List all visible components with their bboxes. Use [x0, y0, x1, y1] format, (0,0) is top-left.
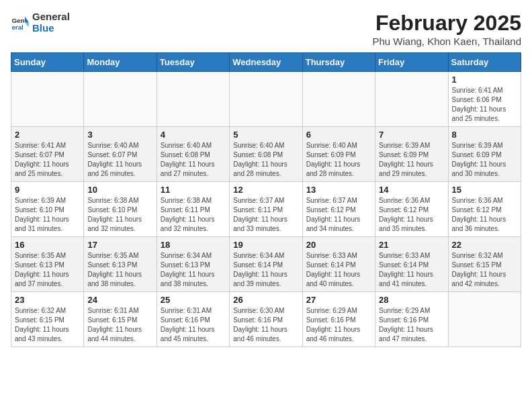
day-number: 14 [379, 185, 444, 195]
day-info: Sunrise: 6:34 AM Sunset: 6:13 PM Dayligh… [161, 251, 226, 289]
weekday-header-tuesday: Tuesday [157, 53, 229, 72]
week-row-1: 1Sunrise: 6:41 AM Sunset: 6:06 PM Daylig… [11, 72, 521, 127]
calendar-cell: 9Sunrise: 6:39 AM Sunset: 6:10 PM Daylig… [11, 182, 84, 237]
logo-icon: Gen eral [11, 13, 30, 32]
calendar-cell: 10Sunrise: 6:38 AM Sunset: 6:10 PM Dayli… [84, 182, 157, 237]
weekday-header-thursday: Thursday [302, 53, 375, 72]
svg-marker-3 [25, 22, 29, 27]
calendar-cell [375, 72, 448, 127]
logo-blue: Blue [32, 22, 70, 34]
title-block: February 2025 Phu Wiang, Khon Kaen, Thai… [372, 11, 521, 47]
calendar-table: SundayMondayTuesdayWednesdayThursdayFrid… [11, 52, 521, 347]
calendar-cell: 12Sunrise: 6:37 AM Sunset: 6:11 PM Dayli… [230, 182, 302, 237]
calendar-cell: 25Sunrise: 6:31 AM Sunset: 6:16 PM Dayli… [157, 292, 229, 347]
logo-general: General [32, 11, 70, 22]
day-info: Sunrise: 6:31 AM Sunset: 6:15 PM Dayligh… [87, 306, 152, 344]
location: Phu Wiang, Khon Kaen, Thailand [372, 36, 521, 47]
day-number: 10 [87, 185, 152, 195]
weekday-header-monday: Monday [84, 53, 157, 72]
day-info: Sunrise: 6:38 AM Sunset: 6:10 PM Dayligh… [87, 196, 152, 234]
week-row-2: 2Sunrise: 6:41 AM Sunset: 6:07 PM Daylig… [11, 127, 521, 182]
calendar-cell [84, 72, 157, 127]
day-info: Sunrise: 6:33 AM Sunset: 6:14 PM Dayligh… [379, 251, 444, 289]
calendar-cell: 11Sunrise: 6:38 AM Sunset: 6:11 PM Dayli… [157, 182, 229, 237]
day-number: 24 [87, 295, 152, 305]
day-info: Sunrise: 6:41 AM Sunset: 6:07 PM Dayligh… [15, 141, 80, 179]
calendar-cell [11, 72, 84, 127]
day-info: Sunrise: 6:38 AM Sunset: 6:11 PM Dayligh… [161, 196, 226, 234]
day-number: 21 [379, 240, 444, 250]
calendar-cell [448, 292, 521, 347]
day-info: Sunrise: 6:39 AM Sunset: 6:09 PM Dayligh… [452, 141, 517, 179]
day-number: 26 [233, 295, 298, 305]
day-number: 4 [161, 130, 226, 140]
day-info: Sunrise: 6:34 AM Sunset: 6:14 PM Dayligh… [233, 251, 298, 289]
day-info: Sunrise: 6:39 AM Sunset: 6:10 PM Dayligh… [15, 196, 80, 234]
day-info: Sunrise: 6:37 AM Sunset: 6:11 PM Dayligh… [233, 196, 298, 234]
calendar-cell: 16Sunrise: 6:35 AM Sunset: 6:13 PM Dayli… [11, 237, 84, 292]
calendar-cell: 1Sunrise: 6:41 AM Sunset: 6:06 PM Daylig… [448, 72, 521, 127]
day-number: 18 [161, 240, 226, 250]
day-info: Sunrise: 6:32 AM Sunset: 6:15 PM Dayligh… [15, 306, 80, 344]
day-info: Sunrise: 6:40 AM Sunset: 6:08 PM Dayligh… [233, 141, 298, 179]
calendar-cell: 5Sunrise: 6:40 AM Sunset: 6:08 PM Daylig… [230, 127, 302, 182]
day-number: 7 [379, 130, 444, 140]
logo: Gen eral General Blue [11, 11, 70, 34]
day-info: Sunrise: 6:39 AM Sunset: 6:09 PM Dayligh… [379, 141, 444, 179]
calendar-cell: 15Sunrise: 6:36 AM Sunset: 6:12 PM Dayli… [448, 182, 521, 237]
day-info: Sunrise: 6:32 AM Sunset: 6:15 PM Dayligh… [452, 251, 517, 289]
calendar-cell: 21Sunrise: 6:33 AM Sunset: 6:14 PM Dayli… [375, 237, 448, 292]
calendar-cell: 19Sunrise: 6:34 AM Sunset: 6:14 PM Dayli… [230, 237, 302, 292]
day-number: 15 [452, 185, 517, 195]
day-number: 12 [233, 185, 298, 195]
day-info: Sunrise: 6:41 AM Sunset: 6:06 PM Dayligh… [452, 86, 517, 124]
day-info: Sunrise: 6:31 AM Sunset: 6:16 PM Dayligh… [161, 306, 226, 344]
weekday-header-sunday: Sunday [11, 53, 84, 72]
day-number: 2 [15, 130, 80, 140]
calendar-cell: 24Sunrise: 6:31 AM Sunset: 6:15 PM Dayli… [84, 292, 157, 347]
day-number: 6 [306, 130, 371, 140]
day-number: 22 [452, 240, 517, 250]
day-number: 17 [87, 240, 152, 250]
week-row-5: 23Sunrise: 6:32 AM Sunset: 6:15 PM Dayli… [11, 292, 521, 347]
weekday-header-saturday: Saturday [448, 53, 521, 72]
day-number: 1 [452, 75, 517, 85]
svg-text:eral: eral [11, 24, 24, 31]
calendar-cell: 7Sunrise: 6:39 AM Sunset: 6:09 PM Daylig… [375, 127, 448, 182]
day-number: 23 [15, 295, 80, 305]
day-info: Sunrise: 6:40 AM Sunset: 6:07 PM Dayligh… [87, 141, 152, 179]
day-info: Sunrise: 6:40 AM Sunset: 6:08 PM Dayligh… [161, 141, 226, 179]
calendar-cell: 20Sunrise: 6:33 AM Sunset: 6:14 PM Dayli… [302, 237, 375, 292]
day-info: Sunrise: 6:36 AM Sunset: 6:12 PM Dayligh… [452, 196, 517, 234]
day-info: Sunrise: 6:35 AM Sunset: 6:13 PM Dayligh… [87, 251, 152, 289]
calendar-cell: 26Sunrise: 6:30 AM Sunset: 6:16 PM Dayli… [230, 292, 302, 347]
calendar-cell: 17Sunrise: 6:35 AM Sunset: 6:13 PM Dayli… [84, 237, 157, 292]
day-number: 9 [15, 185, 80, 195]
day-number: 3 [87, 130, 152, 140]
day-number: 27 [306, 295, 371, 305]
day-info: Sunrise: 6:35 AM Sunset: 6:13 PM Dayligh… [15, 251, 80, 289]
calendar-cell: 3Sunrise: 6:40 AM Sunset: 6:07 PM Daylig… [84, 127, 157, 182]
day-number: 20 [306, 240, 371, 250]
day-number: 11 [161, 185, 226, 195]
day-info: Sunrise: 6:29 AM Sunset: 6:16 PM Dayligh… [379, 306, 444, 344]
calendar-cell: 2Sunrise: 6:41 AM Sunset: 6:07 PM Daylig… [11, 127, 84, 182]
week-row-4: 16Sunrise: 6:35 AM Sunset: 6:13 PM Dayli… [11, 237, 521, 292]
day-number: 16 [15, 240, 80, 250]
calendar-cell [157, 72, 229, 127]
day-number: 25 [161, 295, 226, 305]
calendar-cell: 28Sunrise: 6:29 AM Sunset: 6:16 PM Dayli… [375, 292, 448, 347]
calendar-cell: 27Sunrise: 6:29 AM Sunset: 6:16 PM Dayli… [302, 292, 375, 347]
day-info: Sunrise: 6:36 AM Sunset: 6:12 PM Dayligh… [379, 196, 444, 234]
day-info: Sunrise: 6:33 AM Sunset: 6:14 PM Dayligh… [306, 251, 371, 289]
day-info: Sunrise: 6:37 AM Sunset: 6:12 PM Dayligh… [306, 196, 371, 234]
calendar-cell: 14Sunrise: 6:36 AM Sunset: 6:12 PM Dayli… [375, 182, 448, 237]
day-info: Sunrise: 6:40 AM Sunset: 6:09 PM Dayligh… [306, 141, 371, 179]
month-year: February 2025 [372, 11, 521, 36]
calendar-cell: 23Sunrise: 6:32 AM Sunset: 6:15 PM Dayli… [11, 292, 84, 347]
week-row-3: 9Sunrise: 6:39 AM Sunset: 6:10 PM Daylig… [11, 182, 521, 237]
day-number: 8 [452, 130, 517, 140]
calendar-cell: 6Sunrise: 6:40 AM Sunset: 6:09 PM Daylig… [302, 127, 375, 182]
day-info: Sunrise: 6:29 AM Sunset: 6:16 PM Dayligh… [306, 306, 371, 344]
svg-marker-2 [25, 17, 29, 22]
